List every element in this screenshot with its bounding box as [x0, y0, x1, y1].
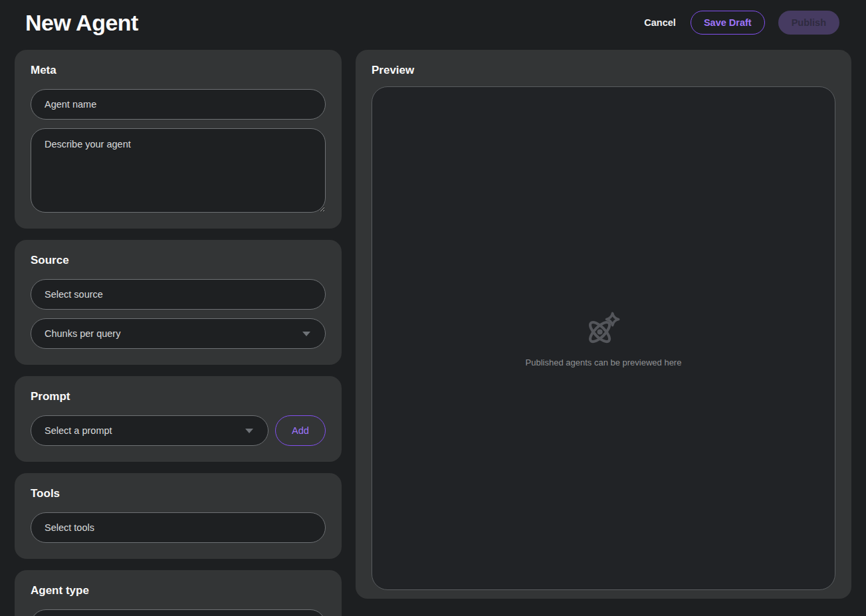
- agent-name-input[interactable]: [31, 89, 326, 120]
- preview-empty-state: Published agents can be previewed here: [526, 310, 682, 367]
- source-card: Source Chunks per query: [15, 240, 342, 365]
- select-source-input[interactable]: [31, 279, 326, 310]
- agent-description-textarea[interactable]: [31, 128, 326, 213]
- atom-sparkle-icon: [584, 310, 623, 351]
- add-prompt-button[interactable]: Add: [275, 415, 326, 446]
- meta-card-title: Meta: [31, 64, 326, 77]
- tools-card-title: Tools: [31, 487, 326, 500]
- agent-type-card-title: Agent type: [31, 584, 326, 597]
- select-tools-input[interactable]: [31, 512, 326, 543]
- prompt-card-title: Prompt: [31, 390, 326, 403]
- chunks-per-query-label: Chunks per query: [45, 328, 120, 339]
- meta-card: Meta: [15, 50, 342, 229]
- cancel-button[interactable]: Cancel: [643, 12, 677, 33]
- publish-button[interactable]: Publish: [778, 11, 839, 35]
- page-title: New Agent: [25, 10, 138, 36]
- prompt-card: Prompt Select a prompt Add: [15, 376, 342, 462]
- preview-empty-text: Published agents can be previewed here: [526, 358, 682, 367]
- preview-panel: Published agents can be previewed here: [372, 86, 835, 590]
- prompt-row: Select a prompt Add: [31, 415, 326, 446]
- chevron-down-icon: [302, 332, 310, 336]
- preview-card: Preview Published agents can be previewe…: [356, 50, 851, 599]
- tools-card: Tools: [15, 473, 342, 559]
- select-prompt-label: Select a prompt: [45, 425, 112, 436]
- preview-card-title: Preview: [372, 64, 835, 77]
- agent-type-card: Agent type Select type: [15, 570, 342, 616]
- header-actions: Cancel Save Draft Publish: [643, 11, 839, 35]
- chevron-down-icon: [245, 429, 253, 433]
- select-prompt-select[interactable]: Select a prompt: [31, 415, 269, 446]
- form-column: Meta Source Chunks per query Prompt Sele…: [15, 50, 342, 599]
- save-draft-button[interactable]: Save Draft: [691, 11, 765, 35]
- page-header: New Agent Cancel Save Draft Publish: [0, 0, 866, 45]
- main-content: Meta Source Chunks per query Prompt Sele…: [0, 45, 866, 611]
- source-card-title: Source: [31, 254, 326, 267]
- chunks-per-query-select[interactable]: Chunks per query: [31, 318, 326, 349]
- select-type-select[interactable]: Select type: [31, 609, 326, 616]
